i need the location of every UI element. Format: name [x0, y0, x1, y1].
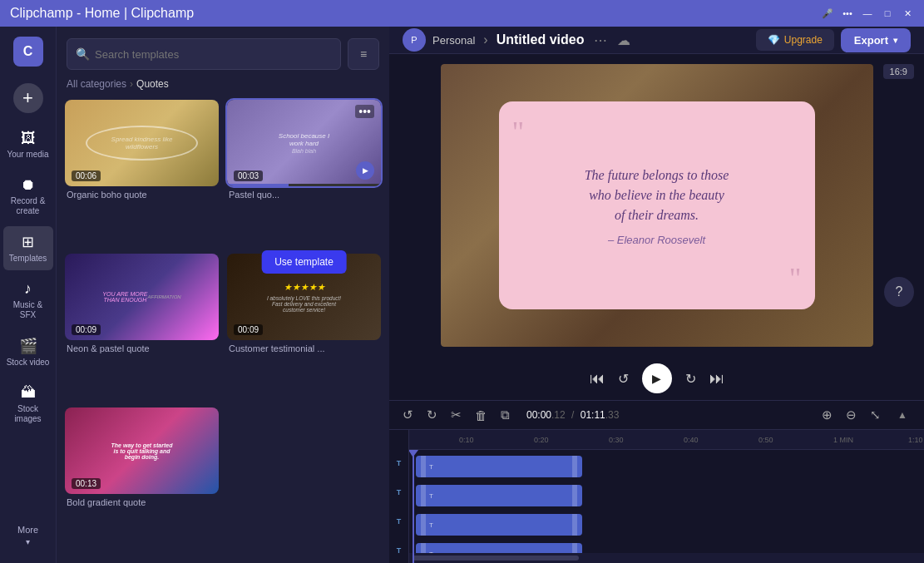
workspace-label[interactable]: Personal: [432, 34, 475, 47]
track-row-3: T: [409, 511, 924, 538]
timeline-scrollbar[interactable]: [409, 553, 924, 563]
export-label: Export: [854, 34, 888, 47]
duplicate-button[interactable]: ⧉: [497, 404, 513, 426]
quote-text: The future belongs to thosewho believe i…: [585, 165, 729, 225]
clip-handle-left-3[interactable]: [421, 514, 426, 536]
breadcrumb: All categories › Quotes: [57, 78, 389, 96]
fit-button[interactable]: ⤡: [867, 404, 884, 426]
undo-button[interactable]: ↺: [399, 404, 417, 426]
titlebar-more-btn[interactable]: •••: [841, 7, 854, 20]
sidebar-music-label: Music & SFX: [7, 300, 50, 320]
upgrade-label: Upgrade: [784, 34, 823, 46]
clip-handle-left[interactable]: [421, 456, 426, 477]
stock-images-icon: 🏔: [21, 384, 36, 402]
preview-area: " " The future belongs to thosewho belie…: [389, 54, 924, 357]
export-chevron-icon: ▾: [893, 36, 897, 45]
timeline-scroll-thumb[interactable]: [413, 556, 579, 561]
playback-controls: ⏮ ↺ ▶ ↻ ⏭: [389, 357, 924, 400]
quote-mark-close: ": [789, 261, 802, 296]
breadcrumb-parent[interactable]: All categories: [67, 78, 126, 90]
clip-label: T: [429, 463, 433, 471]
sidebar-item-stock-video[interactable]: 🎬 Stock video: [3, 330, 53, 374]
sidebar-item-record[interactable]: ⏺ Record & create: [3, 170, 53, 223]
add-new-button[interactable]: +: [13, 83, 43, 113]
sidebar-item-music[interactable]: ♪ Music & SFX: [3, 274, 53, 327]
template-label-pastel: Pastel quo...: [227, 186, 381, 200]
user-avatar[interactable]: P: [403, 28, 426, 52]
timeline-collapse-button[interactable]: ▲: [891, 406, 914, 424]
ruler-mark-5: 1 MIN: [833, 436, 853, 444]
sidebar-media-label: Your media: [7, 150, 48, 160]
clip-label-3: T: [429, 521, 433, 529]
play-pause-button[interactable]: ▶: [642, 363, 672, 393]
clip-handle-right[interactable]: [572, 456, 577, 477]
skip-to-start-button[interactable]: ⏮: [590, 370, 605, 388]
track-clip-text-3[interactable]: T: [416, 514, 582, 536]
export-button[interactable]: Export ▾: [841, 28, 911, 52]
sidebar-more-button[interactable]: More ▾: [3, 518, 53, 553]
template-card-organic[interactable]: Spread kindness likewildflowers 00:06 Or…: [65, 100, 219, 245]
clip-handle-left-2[interactable]: [421, 485, 426, 506]
cloud-save-icon: ☁: [617, 32, 630, 48]
timeline-scroll-area: T T T T: [389, 430, 924, 563]
template-card-customer[interactable]: ★★★★★ I absolutely LOVE this product!Fas…: [227, 254, 381, 399]
ruler-mark-0: 0:10: [459, 436, 474, 444]
timeline-right-panel[interactable]: 0:10 0:20 0:30 0:40 0:50 1 MIN 1:10: [409, 430, 924, 563]
sidebar-stockimages-label: Stock images: [7, 404, 50, 424]
sidebar-item-media[interactable]: 🖼 Your media: [3, 123, 53, 166]
timeline-area: ↺ ↻ ✂ 🗑 ⧉ 00:00.12 / 01:11.33 ⊕ ⊖ ⤡ ▲: [389, 400, 924, 563]
video-menu-icon[interactable]: ⋯: [594, 32, 607, 48]
zoom-in-button[interactable]: ⊕: [818, 404, 836, 426]
template-more-button[interactable]: •••: [355, 105, 374, 118]
search-input[interactable]: [95, 48, 332, 61]
music-icon: ♪: [24, 280, 32, 298]
preview-overlay: " " The future belongs to thosewho belie…: [441, 64, 873, 347]
help-button[interactable]: ?: [884, 277, 914, 307]
app-logo[interactable]: C: [13, 37, 43, 67]
track-row-1: T: [409, 453, 924, 480]
template-thumb-pastel: School because Iwork hardBlah blah 00:03…: [227, 100, 381, 186]
workspace-separator: ›: [483, 32, 487, 47]
clip-handle-right-2[interactable]: [572, 485, 577, 506]
upgrade-button[interactable]: 💎 Upgrade: [756, 29, 834, 51]
sidebar-item-stock-images[interactable]: 🏔 Stock images: [3, 378, 53, 431]
template-card-bold[interactable]: The way to get startedis to quit talking…: [65, 407, 219, 553]
video-title[interactable]: Untitled video: [497, 32, 585, 47]
cut-button[interactable]: ✂: [447, 404, 465, 426]
templates-icon: ⊞: [22, 233, 34, 251]
track-clip-text-1[interactable]: T: [416, 456, 582, 477]
tracks-area: T T: [409, 450, 924, 563]
ruler-mark-1: 0:20: [534, 436, 549, 444]
fast-forward-button[interactable]: ↻: [685, 371, 696, 387]
template-card-neon[interactable]: YOU ARE MORETHAN ENOUGHAFFIRMATION 00:09…: [65, 254, 219, 399]
upgrade-gem-icon: 💎: [768, 34, 780, 46]
time-total: 01:11: [581, 409, 605, 421]
template-card-pastel[interactable]: School because Iwork hardBlah blah 00:03…: [227, 100, 381, 245]
more-chevron-icon: ▾: [26, 537, 30, 546]
sidebar-item-templates[interactable]: ⊞ Templates: [3, 226, 53, 270]
ruler-mark-3: 0:40: [684, 436, 699, 444]
redo-button[interactable]: ↻: [423, 404, 441, 426]
titlebar-maximize-btn[interactable]: □: [881, 7, 894, 20]
filter-button[interactable]: ≡: [348, 38, 379, 70]
templates-grid: Spread kindness likewildflowers 00:06 Or…: [57, 96, 389, 563]
quote-card: " " The future belongs to thosewho belie…: [499, 101, 815, 309]
skip-to-end-button[interactable]: ⏭: [709, 370, 724, 388]
template-duration-customer: 00:09: [234, 324, 263, 335]
template-thumb-neon: YOU ARE MORETHAN ENOUGHAFFIRMATION 00:09: [65, 254, 219, 340]
titlebar-close-btn[interactable]: ✕: [901, 7, 914, 20]
track-labels: T T T T: [389, 430, 408, 563]
delete-button[interactable]: 🗑: [472, 405, 491, 426]
track-clip-text-2[interactable]: T: [416, 485, 582, 506]
template-thumb-organic: Spread kindness likewildflowers 00:06: [65, 100, 219, 186]
clip-handle-right-3[interactable]: [572, 514, 577, 536]
zoom-out-button[interactable]: ⊖: [842, 404, 860, 426]
use-template-tooltip[interactable]: Use template: [261, 250, 347, 274]
time-current: 00:00: [526, 409, 551, 421]
breadcrumb-separator: ›: [130, 78, 133, 90]
preview-video: " " The future belongs to thosewho belie…: [441, 64, 873, 347]
sidebar: C + 🖼 Your media ⏺ Record & create ⊞ Tem…: [0, 27, 57, 563]
titlebar-minimize-btn[interactable]: —: [861, 7, 874, 20]
rewind-button[interactable]: ↺: [618, 371, 629, 387]
titlebar-mic-btn[interactable]: 🎤: [821, 7, 834, 20]
